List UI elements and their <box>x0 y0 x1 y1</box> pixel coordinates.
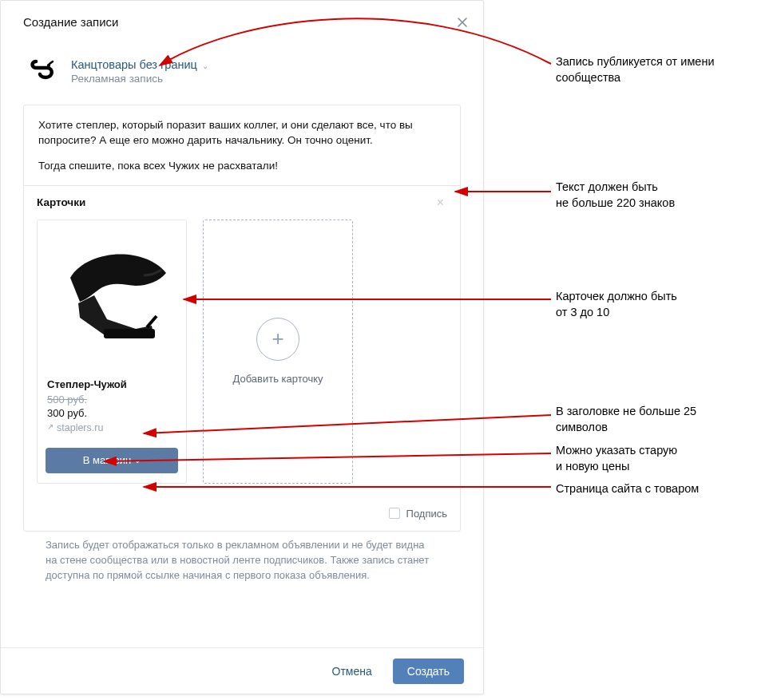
svg-rect-1 <box>104 329 155 338</box>
plus-icon: + <box>256 318 299 361</box>
external-link-icon: ↗ <box>47 422 54 431</box>
post-text[interactable]: Хотите степлер, который поразит ваших ко… <box>24 105 460 185</box>
create-button[interactable]: Создать <box>393 658 464 684</box>
modal-body: Канцтовары без границ ⌄ Рекламная запись… <box>1 44 483 647</box>
modal-header: Создание записи <box>1 1 483 44</box>
author-subtitle: Рекламная запись <box>71 73 208 85</box>
cards-block: Карточки × <box>24 185 460 496</box>
annotation-1: Запись публикуется от имени сообщества <box>556 54 747 85</box>
modal-footer: Отмена Создать <box>1 647 483 694</box>
community-avatar[interactable] <box>23 52 61 90</box>
cards-heading: Карточки <box>37 196 85 208</box>
annotation-4: В заголовке не больше 25символов <box>556 404 747 435</box>
card-new-price: 300 руб. <box>47 407 176 419</box>
create-post-modal: Создание записи Канцтовары без границ ⌄ … <box>0 0 484 694</box>
modal-title: Создание записи <box>23 15 118 29</box>
card-title: Степлер-Чужой <box>47 378 176 390</box>
card-info: Степлер-Чужой 500 руб. 300 руб. ↗ staple… <box>38 370 186 443</box>
card-old-price: 500 руб. <box>47 394 176 405</box>
card-image <box>38 220 186 370</box>
footnote: Запись будет отображаться только в рекла… <box>23 532 461 583</box>
cancel-button[interactable]: Отмена <box>327 664 377 678</box>
add-card-label: Добавить карточку <box>232 372 323 386</box>
close-icon[interactable] <box>454 14 470 30</box>
close-cards-icon[interactable]: × <box>434 196 447 210</box>
author-name-text: Канцтовары без границ <box>71 58 197 71</box>
post-frame: Хотите степлер, который поразит ваших ко… <box>23 105 461 532</box>
cards-row: Степлер-Чужой 500 руб. 300 руб. ↗ staple… <box>37 219 447 484</box>
signature-checkbox[interactable] <box>389 508 400 519</box>
chevron-down-icon: ⌄ <box>202 61 208 70</box>
author-name[interactable]: Канцтовары без границ ⌄ <box>71 58 208 71</box>
signature-label: Подпись <box>406 508 447 520</box>
add-card-button[interactable]: + Добавить карточку <box>203 219 353 484</box>
annotation-3: Карточек должно бытьот 3 до 10 <box>556 289 747 320</box>
signature-row: Подпись <box>24 496 460 531</box>
post-paragraph-2: Тогда спешите, пока всех Чужих не расхва… <box>38 159 446 174</box>
annotation-2: Текст должен бытьне больше 220 знаков <box>556 180 747 211</box>
post-paragraph-1: Хотите степлер, который поразит ваших ко… <box>38 118 446 148</box>
author-row: Канцтовары без границ ⌄ Рекламная запись <box>23 52 461 90</box>
product-card[interactable]: Степлер-Чужой 500 руб. 300 руб. ↗ staple… <box>37 219 187 484</box>
card-cta-label: В магазин <box>83 454 131 466</box>
card-cta-button[interactable]: В магазин ⌄ <box>46 448 178 473</box>
chevron-down-icon: ⌄ <box>134 456 141 465</box>
cards-header: Карточки × <box>37 196 447 210</box>
card-link-text: staplers.ru <box>57 422 103 433</box>
annotation-6: Страница сайта с товаром <box>556 481 747 497</box>
card-link: ↗ staplers.ru <box>47 422 176 433</box>
annotation-5: Можно указать старуюи новую цены <box>556 443 747 474</box>
